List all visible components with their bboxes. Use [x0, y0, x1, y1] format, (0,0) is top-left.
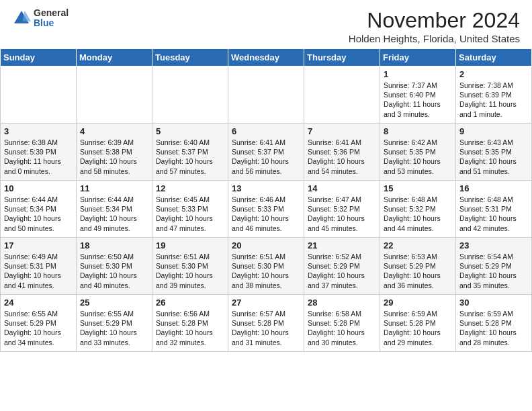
calendar-cell: 13Sunrise: 6:46 AMSunset: 5:33 PMDayligh…	[228, 181, 304, 238]
day-number: 29	[384, 298, 452, 308]
calendar-cell: 5Sunrise: 6:40 AMSunset: 5:37 PMDaylight…	[152, 124, 228, 181]
day-number: 13	[232, 183, 300, 193]
logo-general: General	[34, 8, 69, 18]
calendar-cell: 23Sunrise: 6:54 AMSunset: 5:29 PMDayligh…	[456, 238, 532, 295]
day-detail: Sunrise: 6:48 AMSunset: 5:32 PMDaylight:…	[384, 195, 452, 233]
calendar-cell: 21Sunrise: 6:52 AMSunset: 5:29 PMDayligh…	[304, 238, 380, 295]
calendar-cell: 6Sunrise: 6:41 AMSunset: 5:37 PMDaylight…	[228, 124, 304, 181]
day-detail: Sunrise: 7:38 AMSunset: 6:39 PMDaylight:…	[459, 81, 528, 119]
day-number: 24	[4, 298, 73, 308]
day-number: 15	[384, 183, 452, 193]
day-detail: Sunrise: 6:57 AMSunset: 5:28 PMDaylight:…	[232, 309, 300, 347]
calendar-cell: 24Sunrise: 6:55 AMSunset: 5:29 PMDayligh…	[1, 295, 77, 352]
day-detail: Sunrise: 6:53 AMSunset: 5:29 PMDaylight:…	[384, 252, 452, 290]
day-number: 18	[80, 240, 148, 250]
calendar-cell: 8Sunrise: 6:42 AMSunset: 5:35 PMDaylight…	[380, 124, 456, 181]
page-header: General Blue November 2024 Holden Height…	[0, 0, 532, 48]
calendar-cell: 4Sunrise: 6:39 AMSunset: 5:38 PMDaylight…	[77, 124, 152, 181]
day-detail: Sunrise: 7:37 AMSunset: 6:40 PMDaylight:…	[384, 81, 452, 119]
weekday-header-sunday: Sunday	[1, 49, 77, 66]
day-detail: Sunrise: 6:55 AMSunset: 5:29 PMDaylight:…	[4, 309, 73, 347]
day-number: 7	[308, 126, 376, 136]
calendar-cell: 20Sunrise: 6:51 AMSunset: 5:30 PMDayligh…	[228, 238, 304, 295]
calendar-cell	[1, 66, 77, 124]
weekday-header-monday: Monday	[77, 49, 152, 66]
calendar-cell	[152, 66, 228, 124]
day-number: 21	[308, 240, 376, 250]
logo-icon	[12, 9, 31, 28]
day-detail: Sunrise: 6:46 AMSunset: 5:33 PMDaylight:…	[232, 195, 300, 233]
day-number: 16	[459, 183, 528, 193]
calendar-cell	[304, 66, 380, 124]
day-number: 8	[384, 126, 452, 136]
day-number: 1	[384, 69, 452, 79]
day-detail: Sunrise: 6:40 AMSunset: 5:37 PMDaylight:…	[156, 138, 224, 176]
calendar-cell	[77, 66, 152, 124]
day-number: 3	[4, 126, 73, 136]
calendar-cell: 18Sunrise: 6:50 AMSunset: 5:30 PMDayligh…	[77, 238, 152, 295]
day-detail: Sunrise: 6:39 AMSunset: 5:38 PMDaylight:…	[80, 138, 148, 176]
calendar-cell: 2Sunrise: 7:38 AMSunset: 6:39 PMDaylight…	[456, 66, 532, 124]
calendar-cell: 7Sunrise: 6:41 AMSunset: 5:36 PMDaylight…	[304, 124, 380, 181]
weekday-header-friday: Friday	[380, 49, 456, 66]
day-number: 26	[156, 298, 224, 308]
day-detail: Sunrise: 6:41 AMSunset: 5:37 PMDaylight:…	[232, 138, 300, 176]
calendar-cell: 26Sunrise: 6:56 AMSunset: 5:28 PMDayligh…	[152, 295, 228, 352]
calendar-cell: 11Sunrise: 6:44 AMSunset: 5:34 PMDayligh…	[77, 181, 152, 238]
day-detail: Sunrise: 6:43 AMSunset: 5:35 PMDaylight:…	[459, 138, 528, 176]
title-block: November 2024 Holden Heights, Florida, U…	[349, 8, 520, 44]
day-number: 27	[232, 298, 300, 308]
day-number: 25	[80, 298, 148, 308]
day-detail: Sunrise: 6:51 AMSunset: 5:30 PMDaylight:…	[232, 252, 300, 290]
calendar-cell: 28Sunrise: 6:58 AMSunset: 5:28 PMDayligh…	[304, 295, 380, 352]
weekday-header-thursday: Thursday	[304, 49, 380, 66]
day-number: 22	[384, 240, 452, 250]
day-detail: Sunrise: 6:49 AMSunset: 5:31 PMDaylight:…	[4, 252, 73, 290]
logo-blue: Blue	[34, 18, 69, 28]
location: Holden Heights, Florida, United States	[349, 33, 520, 44]
day-number: 19	[156, 240, 224, 250]
calendar-cell: 15Sunrise: 6:48 AMSunset: 5:32 PMDayligh…	[380, 181, 456, 238]
calendar-header-row: SundayMondayTuesdayWednesdayThursdayFrid…	[1, 49, 532, 66]
day-number: 12	[156, 183, 224, 193]
day-detail: Sunrise: 6:41 AMSunset: 5:36 PMDaylight:…	[308, 138, 376, 176]
day-detail: Sunrise: 6:38 AMSunset: 5:39 PMDaylight:…	[4, 138, 73, 176]
logo-text: General Blue	[34, 8, 69, 29]
day-number: 17	[4, 240, 73, 250]
month-title: November 2024	[349, 8, 520, 33]
day-number: 2	[459, 69, 528, 79]
day-detail: Sunrise: 6:50 AMSunset: 5:30 PMDaylight:…	[80, 252, 148, 290]
calendar-week-row: 10Sunrise: 6:44 AMSunset: 5:34 PMDayligh…	[1, 181, 532, 238]
calendar-week-row: 24Sunrise: 6:55 AMSunset: 5:29 PMDayligh…	[1, 295, 532, 352]
day-detail: Sunrise: 6:55 AMSunset: 5:29 PMDaylight:…	[80, 309, 148, 347]
day-number: 28	[308, 298, 376, 308]
calendar-cell: 16Sunrise: 6:48 AMSunset: 5:31 PMDayligh…	[456, 181, 532, 238]
calendar-cell: 12Sunrise: 6:45 AMSunset: 5:33 PMDayligh…	[152, 181, 228, 238]
day-detail: Sunrise: 6:48 AMSunset: 5:31 PMDaylight:…	[459, 195, 528, 233]
day-number: 5	[156, 126, 224, 136]
day-detail: Sunrise: 6:54 AMSunset: 5:29 PMDaylight:…	[459, 252, 528, 290]
day-detail: Sunrise: 6:44 AMSunset: 5:34 PMDaylight:…	[4, 195, 73, 233]
day-number: 30	[459, 298, 528, 308]
svg-marker-1	[23, 11, 31, 22]
calendar-cell: 9Sunrise: 6:43 AMSunset: 5:35 PMDaylight…	[456, 124, 532, 181]
calendar-cell: 3Sunrise: 6:38 AMSunset: 5:39 PMDaylight…	[1, 124, 77, 181]
calendar-cell: 29Sunrise: 6:59 AMSunset: 5:28 PMDayligh…	[380, 295, 456, 352]
calendar-cell: 30Sunrise: 6:59 AMSunset: 5:28 PMDayligh…	[456, 295, 532, 352]
day-detail: Sunrise: 6:47 AMSunset: 5:32 PMDaylight:…	[308, 195, 376, 233]
calendar-cell	[228, 66, 304, 124]
calendar-cell: 19Sunrise: 6:51 AMSunset: 5:30 PMDayligh…	[152, 238, 228, 295]
calendar-cell: 1Sunrise: 7:37 AMSunset: 6:40 PMDaylight…	[380, 66, 456, 124]
day-number: 11	[80, 183, 148, 193]
day-detail: Sunrise: 6:42 AMSunset: 5:35 PMDaylight:…	[384, 138, 452, 176]
calendar-cell: 14Sunrise: 6:47 AMSunset: 5:32 PMDayligh…	[304, 181, 380, 238]
day-detail: Sunrise: 6:45 AMSunset: 5:33 PMDaylight:…	[156, 195, 224, 233]
day-detail: Sunrise: 6:59 AMSunset: 5:28 PMDaylight:…	[459, 309, 528, 347]
day-number: 23	[459, 240, 528, 250]
logo: General Blue	[12, 8, 69, 29]
weekday-header-tuesday: Tuesday	[152, 49, 228, 66]
weekday-header-wednesday: Wednesday	[228, 49, 304, 66]
day-number: 4	[80, 126, 148, 136]
calendar-week-row: 1Sunrise: 7:37 AMSunset: 6:40 PMDaylight…	[1, 66, 532, 124]
calendar-week-row: 3Sunrise: 6:38 AMSunset: 5:39 PMDaylight…	[1, 124, 532, 181]
